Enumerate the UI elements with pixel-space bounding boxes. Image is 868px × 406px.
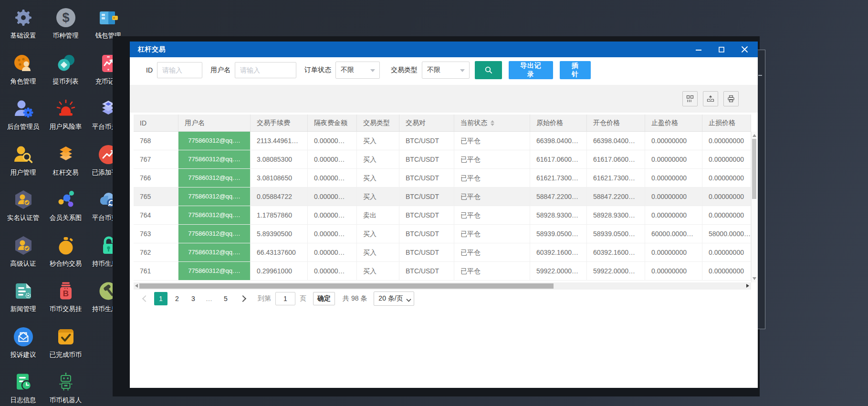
table-row[interactable]: 761775860312@qq.…0.299610000.00000…买入BTC…	[134, 262, 751, 281]
column-header-fee: 交易手续费	[251, 115, 308, 131]
vertical-scrollbar[interactable]	[751, 132, 757, 282]
table-cell-pair: BTC/USDT	[399, 262, 454, 280]
horizontal-scrollbar[interactable]	[134, 282, 751, 290]
page-button-1[interactable]: 1	[154, 292, 167, 305]
table-cell-sl: 0.00000000	[702, 262, 751, 280]
minimize-icon	[695, 46, 702, 53]
page-button-5[interactable]: 5	[219, 292, 232, 305]
username-badge[interactable]: 775860312@qq.…	[178, 243, 250, 261]
username-filter-input[interactable]	[235, 62, 296, 78]
filter-columns-button[interactable]	[682, 91, 698, 106]
desktop-icon-admin-user-gear[interactable]: 后台管理员	[2, 94, 44, 140]
prev-page-icon[interactable]	[142, 295, 149, 302]
table-row[interactable]: 763775860312@qq.…5.893905000.00000…买入BTC…	[134, 225, 751, 243]
desktop-icon-btc-jar[interactable]: B币币交易挂	[44, 276, 87, 322]
table-cell-original: 60392.1600…	[530, 243, 587, 261]
leverage-trade-window: 杠杆交易 ID 用户名 订单状态 不限	[130, 42, 758, 388]
chevron-down-icon	[406, 297, 411, 302]
desktop-icon-label: 角色管理	[10, 78, 36, 85]
desktop-icon-completed-check[interactable]: 已完成币币	[44, 322, 87, 368]
desktop-icon-log-doc-clock[interactable]: 日志信息	[2, 367, 44, 406]
close-button[interactable]	[739, 45, 750, 54]
column-header-label: 止损价格	[709, 119, 735, 127]
table-row[interactable]: 764775860312@qq.…1.178578600.00000…卖出BTC…	[134, 206, 751, 225]
page-button-3[interactable]: 3	[187, 292, 200, 305]
table-cell-original: 59922.0000…	[530, 262, 587, 280]
table-cell-open: 58928.9300…	[587, 206, 645, 224]
desktop-icon-news-doc-gear[interactable]: 新闻管理	[2, 276, 44, 322]
table-cell-username: 775860312@qq.…	[178, 225, 251, 243]
table-row[interactable]: 762775860312@qq.…66.431376000.00000…买入BT…	[134, 243, 751, 262]
export-data-button[interactable]	[703, 91, 718, 106]
table-cell-id: 763	[134, 225, 178, 243]
order-status-select[interactable]: 不限	[335, 62, 380, 79]
id-filter-label: ID	[146, 66, 153, 74]
sort-icon[interactable]	[491, 120, 494, 126]
page-size-select[interactable]: 20 条/页	[374, 291, 414, 306]
desktop-icon-kyc-badge[interactable]: 实名认证管	[2, 185, 44, 231]
desktop-icon-role-users[interactable]: 角色管理	[2, 49, 44, 94]
table-cell-tp: 60000.0000…	[645, 225, 702, 243]
table-row[interactable]: 768775860312@qq.…2113.44961…0.00000…买入BT…	[134, 132, 751, 150]
table-row[interactable]: 767775860312@qq.…3.080853000.00000…买入BTC…	[134, 150, 751, 169]
horizontal-scrollbar-thumb[interactable]	[139, 283, 554, 289]
risk-alarm-icon	[55, 98, 76, 119]
desktop-icon-settings-gear[interactable]: 基础设置	[2, 3, 44, 49]
desktop-icon-complaint-mail[interactable]: 投诉建议	[2, 322, 44, 368]
export-records-button[interactable]: 导出记录	[509, 61, 553, 79]
minimize-button[interactable]	[693, 45, 704, 54]
table-cell-open: 58847.2200…	[587, 187, 645, 206]
page-button-2[interactable]: 2	[170, 292, 184, 305]
username-badge[interactable]: 775860312@qq.…	[178, 132, 250, 150]
desktop-icon-coin-robot[interactable]: 币币机器人	[44, 367, 87, 406]
username-badge[interactable]: 775860312@qq.…	[178, 187, 250, 206]
scroll-down-icon[interactable]	[753, 277, 756, 280]
maximize-button[interactable]	[716, 45, 727, 54]
table-cell-username: 775860312@qq.…	[178, 206, 251, 224]
scroll-right-icon[interactable]	[746, 284, 749, 288]
id-filter-input[interactable]	[157, 62, 202, 78]
table-cell-fee: 0.29961000	[251, 262, 308, 280]
username-badge[interactable]: 775860312@qq.…	[178, 150, 250, 168]
maximize-icon	[718, 46, 725, 53]
desktop-icon-withdraw-list[interactable]: 提币列表	[44, 49, 87, 94]
goto-page-input[interactable]	[275, 292, 295, 305]
username-badge[interactable]: 775860312@qq.…	[178, 225, 250, 243]
table-cell-fee: 2113.44961…	[251, 132, 308, 150]
total-count-label: 共 98 条	[343, 294, 367, 303]
table-cell-pair: BTC/USDT	[399, 150, 454, 168]
search-button[interactable]	[475, 61, 502, 79]
table-cell-original: 66398.0400…	[530, 132, 587, 150]
pin-button[interactable]: 插针	[560, 61, 591, 79]
table-row[interactable]: 765775860312@qq.…0.058847220.00000…买入BTC…	[134, 187, 751, 206]
scroll-left-icon[interactable]	[135, 284, 138, 288]
table-cell-original: 61617.0600…	[530, 150, 587, 168]
desktop-icon-stopwatch[interactable]: 秒合约交易	[44, 231, 87, 277]
trade-type-select[interactable]: 不限	[422, 62, 470, 79]
scroll-up-icon[interactable]	[753, 134, 756, 137]
username-badge[interactable]: 775860312@qq.…	[178, 206, 250, 224]
confirm-page-button[interactable]: 确定	[313, 292, 335, 305]
background-window-edge[interactable]	[758, 50, 765, 329]
desktop-icon-advanced-kyc-badge[interactable]: 高级认证	[2, 231, 44, 277]
column-header-id: ID	[134, 115, 178, 131]
username-badge[interactable]: 775860312@qq.…	[178, 262, 250, 280]
table-row[interactable]: 766775860312@qq.…3.081086500.00000…买入BTC…	[134, 169, 751, 187]
vertical-scrollbar-thumb[interactable]	[752, 139, 756, 199]
desktop-icon-risk-alarm[interactable]: 用户风险率	[44, 94, 87, 140]
print-button[interactable]	[723, 91, 739, 106]
next-page-icon[interactable]	[240, 295, 246, 302]
desktop-icon-member-graph[interactable]: 会员关系图	[44, 185, 87, 231]
column-header-status[interactable]: 当前状态	[454, 115, 530, 131]
desktop-icon-user-search[interactable]: 用户管理	[2, 140, 44, 186]
table-cell-overnight: 0.00000…	[308, 187, 357, 206]
username-badge[interactable]: 775860312@qq.…	[178, 169, 250, 187]
table-cell-pair: BTC/USDT	[399, 187, 454, 206]
desktop-icon-leverage-layers[interactable]: 杠杆交易	[44, 140, 87, 186]
window-titlebar[interactable]: 杠杆交易	[130, 42, 758, 57]
desktop-icon-coin-dollar[interactable]: $币种管理	[44, 3, 87, 49]
table-cell-open: 60392.1600…	[587, 243, 645, 261]
background-window-detail	[758, 75, 762, 76]
table-cell-type: 买入	[357, 225, 399, 243]
table-cell-fee: 3.08108650	[251, 169, 308, 187]
